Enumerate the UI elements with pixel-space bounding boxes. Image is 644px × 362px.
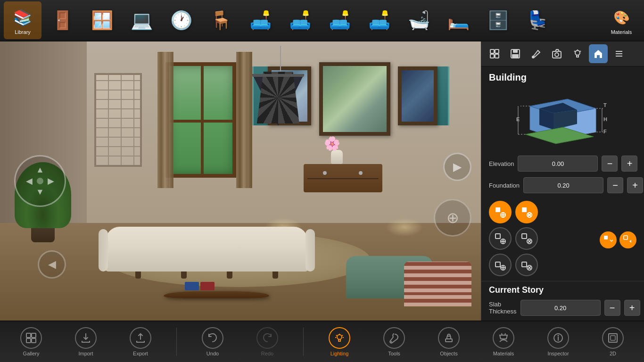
materials-bottom-label: Materials (493, 351, 514, 356)
export-button[interactable]: Export (122, 323, 159, 361)
split-building-button[interactable] (515, 201, 538, 223)
svg-text:E: E (516, 116, 520, 122)
furniture-bathtub[interactable]: 🛁 (400, 1, 438, 39)
furniture-door[interactable]: 🚪 (43, 1, 81, 39)
furniture-dresser[interactable]: 🗄️ (479, 1, 517, 39)
light-button[interactable] (568, 44, 587, 63)
slab-thickness-input[interactable] (520, 300, 601, 316)
furniture-chair-red[interactable]: 💺 (519, 1, 556, 39)
nav-joystick-left[interactable]: ▲ ◀ ▶ ▼ (14, 155, 66, 207)
svg-rect-63 (32, 338, 36, 343)
inspector-icon (547, 327, 569, 349)
top-toolbar: 📚 Library 🚪 🪟 💻 🕐 🪑 🛋️ 🛋️ (0, 0, 644, 41)
furniture-pink-sofa[interactable]: 🛋️ (281, 1, 319, 39)
paint-button[interactable] (527, 44, 545, 63)
door-icon: 🚪 (51, 10, 74, 31)
dresser-icon: 🗄️ (487, 10, 509, 31)
nav-arrow-right[interactable]: ▶ (443, 153, 471, 181)
svg-rect-2 (490, 54, 494, 58)
lighting-button[interactable]: Lighting (321, 323, 358, 361)
elevation-decrease-button[interactable]: − (602, 156, 618, 172)
furniture-bed[interactable]: 🛏️ (439, 1, 477, 39)
save-button[interactable] (506, 44, 525, 63)
select-tool-button[interactable] (485, 44, 504, 63)
toolbar-divider-2 (303, 328, 304, 356)
svg-point-74 (558, 335, 559, 337)
sofa-legs (106, 272, 307, 279)
import-button[interactable]: Import (67, 323, 105, 361)
action-area (481, 196, 644, 281)
slab-thickness-increase-button[interactable]: + (624, 300, 640, 316)
list-button[interactable] (610, 44, 628, 63)
2d-label: 2D (610, 351, 616, 356)
floor-plan-action-1[interactable] (600, 231, 617, 248)
gallery-button[interactable]: Gallery (12, 323, 50, 361)
pendant-lamp (252, 46, 309, 126)
options-button[interactable] (515, 227, 538, 250)
elevation-input[interactable] (518, 156, 598, 172)
window-frame-v (201, 66, 204, 173)
elevation-increase-button[interactable]: + (621, 156, 637, 172)
furniture-red-chair[interactable]: 🪑 (202, 1, 239, 39)
nav-right-arrow-icon: ▶ (453, 160, 462, 173)
svg-line-12 (574, 51, 575, 52)
sofa-leg-3 (227, 272, 232, 279)
svg-line-13 (580, 51, 581, 52)
svg-point-10 (575, 50, 580, 55)
svg-rect-75 (609, 334, 617, 342)
furniture-laptop[interactable]: 💻 (123, 1, 160, 39)
nav-circle[interactable]: ▲ ◀ ▶ ▼ (14, 155, 66, 207)
2d-button[interactable]: 2D (594, 323, 632, 361)
redo-button[interactable]: Redo (248, 323, 286, 361)
import-icon (75, 327, 97, 349)
floor-plan-action-2[interactable] (619, 231, 636, 248)
delete-button[interactable] (515, 254, 538, 276)
svg-text:F: F (603, 129, 607, 134)
floor-plan-area (543, 229, 636, 248)
add-level-button[interactable] (489, 254, 512, 276)
sofa-arm-left (99, 229, 108, 272)
nav-right-button[interactable]: ▶ (443, 153, 471, 181)
furniture-clock[interactable]: 🕐 (162, 1, 200, 39)
sofa (106, 227, 307, 279)
furniture-window[interactable]: 🪟 (83, 1, 121, 39)
objects-button[interactable]: Objects (430, 323, 468, 361)
foundation-input[interactable] (523, 177, 603, 193)
svg-text:T: T (603, 102, 607, 108)
viewport[interactable]: 🌸 (0, 41, 481, 321)
building-diagram-svg: T H F E (516, 87, 610, 148)
dresser-drawer-line (307, 178, 379, 179)
furniture-yellow-armchair[interactable]: 🛋️ (241, 1, 279, 39)
furniture-yellow-sofa[interactable]: 🛋️ (360, 1, 398, 39)
redo-icon (256, 327, 278, 349)
foundation-decrease-button[interactable]: − (607, 177, 623, 193)
materials-bottom-button[interactable]: Materials (485, 323, 522, 361)
nav-pan-icon: ◀ (48, 258, 56, 271)
inspector-label: Inspector (547, 351, 569, 356)
slab-thickness-decrease-button[interactable]: − (604, 300, 620, 316)
nav-pan-button[interactable]: ◀ (38, 250, 66, 279)
library-button[interactable]: 📚 Library (4, 1, 41, 39)
inspector-button[interactable]: Inspector (539, 323, 577, 361)
vase-group: 🌸 (331, 150, 343, 164)
undo-button[interactable]: Undo (194, 323, 231, 361)
svg-point-9 (555, 53, 559, 57)
svg-rect-71 (446, 339, 452, 342)
add-floor-button[interactable] (489, 227, 512, 250)
svg-rect-36 (495, 207, 500, 212)
add-building-button[interactable] (489, 201, 512, 223)
dresser-handle-left (323, 171, 327, 175)
lighting-label: Lighting (330, 351, 349, 356)
camera-button[interactable] (547, 44, 566, 63)
building-diagram: T H F E (481, 87, 644, 153)
book-1 (185, 282, 199, 290)
nav-rotate-button[interactable]: ⊕ (434, 199, 471, 237)
building-button[interactable] (589, 44, 608, 63)
bed-icon: 🛏️ (447, 10, 470, 31)
tools-button[interactable]: Tools (375, 323, 413, 361)
svg-point-64 (337, 335, 342, 339)
furniture-white-sofa[interactable]: 🛋️ (321, 1, 358, 39)
picture-frame-2 (319, 62, 390, 135)
materials-button[interactable]: 🎨 Materials (603, 1, 640, 39)
foundation-increase-button[interactable]: + (627, 177, 643, 193)
